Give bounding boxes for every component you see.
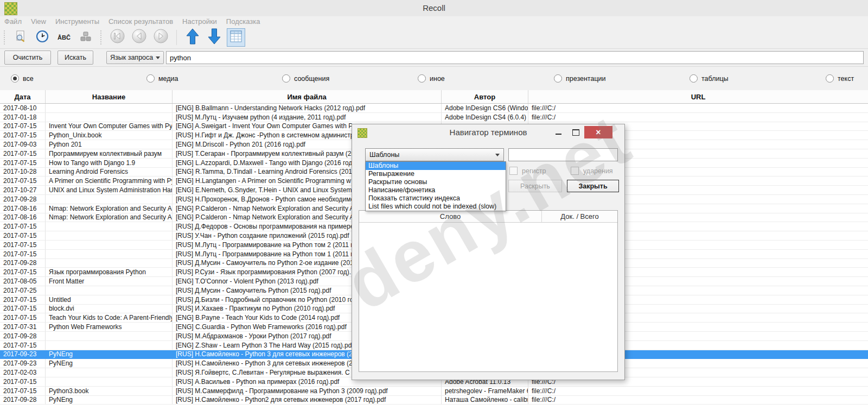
sort-parameters-button[interactable] — [76, 28, 95, 47]
dropdown-option[interactable]: Регвыражение — [366, 170, 506, 178]
result-row[interactable]: 2017-07-15Python3.book[RUS] М.Саммерфилд… — [0, 387, 868, 396]
category-radio[interactable]: таблицы — [690, 74, 729, 83]
category-radio-label: медиа — [158, 75, 178, 83]
dropdown-option[interactable]: Раскрытие основы — [366, 178, 506, 186]
menu-bar: ФайлViewИнструментыСписок результатовНас… — [0, 16, 868, 26]
category-radio[interactable]: сообщения — [282, 74, 329, 83]
dropdown-option[interactable]: Шаблоны — [366, 162, 506, 170]
previous-page-icon — [132, 29, 146, 46]
category-radio[interactable]: иное — [418, 74, 445, 83]
category-radio[interactable]: текст — [826, 74, 854, 83]
result-row[interactable]: 2017-08-10[ENG] B.Ballmann - Understandi… — [0, 104, 868, 113]
accents-checkbox[interactable]: ударения — [571, 167, 613, 175]
result-cell: 2017-07-15 — [0, 305, 46, 314]
table-view-toggle[interactable] — [227, 28, 245, 47]
term-explorer-button[interactable]: ÅBĈ — [55, 28, 73, 47]
column-header[interactable]: Автор — [442, 90, 528, 103]
column-header[interactable]: Дата — [0, 90, 46, 103]
radio-circle-icon — [282, 74, 290, 83]
maximize-icon — [572, 129, 579, 136]
toolbar-handle — [100, 30, 103, 45]
result-cell — [46, 222, 173, 231]
go-previous-page-button[interactable] — [130, 28, 148, 47]
category-radio[interactable]: медиа — [146, 74, 178, 83]
result-cell: 2017-09-28 — [0, 195, 46, 204]
case-checkbox[interactable]: регистр — [509, 167, 546, 175]
down-arrow-icon — [208, 28, 221, 47]
radio-circle-icon — [418, 74, 426, 83]
sort-by-dates-button[interactable] — [33, 28, 52, 47]
dropdown-option[interactable]: Написание/фонетика — [366, 186, 506, 194]
menu-item[interactable]: Настройки — [182, 17, 217, 26]
result-cell — [46, 195, 173, 204]
result-cell: Наташа Самойленко - calibre — [442, 396, 528, 405]
chevron-down-icon — [495, 154, 500, 156]
toolbar-handle — [4, 30, 6, 45]
expand-button[interactable]: Раскрыть — [508, 180, 562, 192]
close-button[interactable]: × — [584, 126, 612, 138]
menu-item[interactable]: View — [31, 17, 46, 26]
result-cell — [46, 377, 173, 387]
terms-column-word[interactable]: Слово — [359, 211, 542, 222]
result-cell: 2017-09-28 — [0, 332, 46, 341]
result-cell: PyNEng — [46, 350, 173, 359]
column-header[interactable]: Имя файла — [173, 90, 442, 103]
result-cell: How to Tango with Django 1.9 — [46, 159, 173, 168]
result-cell: 2017-07-25 — [0, 286, 46, 295]
result-cell: Teach Your Kids to Code: A Parent-Friend… — [46, 313, 173, 323]
scroll-down-button[interactable] — [205, 28, 224, 47]
terms-table-header: Слово Док. / Всего — [359, 211, 617, 223]
result-cell — [46, 368, 173, 377]
radio-circle-icon — [554, 74, 562, 83]
result-cell: Python3.book — [46, 387, 173, 396]
maximize-button[interactable] — [567, 126, 584, 138]
column-header[interactable]: Название — [46, 90, 173, 103]
case-checkbox-label: регистр — [522, 167, 546, 175]
menu-item[interactable]: Инструменты — [55, 17, 99, 26]
menu-item[interactable]: Список результатов — [108, 17, 173, 26]
radio-dot-icon — [13, 77, 17, 80]
terms-column-docs-total[interactable]: Док. / Всего — [542, 211, 617, 222]
dropdown-option[interactable]: Показать статистику индекса — [366, 194, 506, 203]
clear-button[interactable]: Очистить — [4, 51, 51, 65]
next-page-icon — [154, 29, 168, 46]
result-cell: 2017-07-31 — [0, 323, 46, 332]
result-row[interactable]: 2017-01-18[RUS] М.Лутц - Изучаем python … — [0, 113, 868, 122]
advanced-search-button[interactable] — [11, 28, 30, 47]
result-cell: Python_Unix.book — [46, 131, 173, 140]
result-cell: 2017-07-15 — [0, 341, 46, 350]
search-input[interactable] — [166, 51, 864, 64]
menu-item[interactable]: Подсказка — [226, 17, 260, 26]
query-language-label: Язык запроса — [110, 54, 153, 61]
recoll-window: Recoll ФайлViewИнструментыСписок результ… — [0, 0, 868, 410]
toolbar-separator — [176, 30, 177, 45]
term-input[interactable] — [508, 148, 618, 161]
category-radio-label: таблицы — [701, 75, 729, 83]
menu-item[interactable]: Файл — [4, 17, 22, 26]
up-arrow-icon — [186, 28, 199, 47]
minimize-icon — [556, 134, 561, 135]
dropdown-option[interactable]: List files which could not be indexed (s… — [366, 203, 506, 211]
term-mode-dropdown[interactable]: Шаблоны — [365, 148, 504, 161]
minimize-button[interactable] — [550, 126, 567, 138]
category-radio[interactable]: все — [11, 74, 34, 83]
go-next-page-button[interactable] — [151, 28, 170, 47]
go-first-page-button[interactable] — [108, 28, 126, 47]
result-cell: Язык программирования Python — [46, 268, 173, 277]
result-cell: 2017-09-23 — [0, 359, 46, 368]
result-cell: 2017-09-23 — [0, 350, 46, 359]
result-cell: 2017-08-16 — [0, 204, 46, 213]
column-header[interactable]: URL — [528, 90, 868, 103]
category-radio-label: сообщения — [294, 75, 329, 83]
dialog-window-controls: × — [550, 126, 612, 138]
search-button[interactable]: Искать — [58, 51, 93, 65]
window-title: Recoll — [0, 3, 868, 12]
category-radio[interactable]: презентации — [554, 74, 606, 83]
scroll-up-button[interactable] — [183, 28, 202, 47]
query-language-dropdown[interactable]: Язык запроса — [106, 51, 164, 64]
radio-circle-icon — [826, 74, 834, 83]
result-row[interactable]: 2017-09-28PyNEng[RUS] Н.Самойленко - Pyt… — [0, 396, 868, 405]
close-dialog-button[interactable]: Закрыть — [567, 180, 619, 192]
search-row: Очистить Искать Язык запроса — [0, 49, 868, 66]
term-mode-value: Шаблоны — [369, 151, 399, 159]
